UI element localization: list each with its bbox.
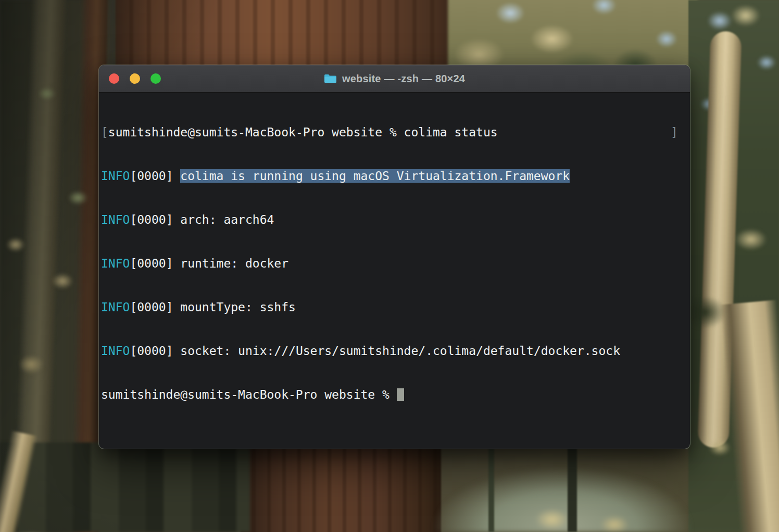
log-message: arch: aarch64 — [180, 213, 274, 226]
log-level: INFO — [101, 300, 130, 314]
log-level: INFO — [101, 213, 130, 226]
log-level: INFO — [101, 257, 130, 270]
window-title-text: website — -zsh — 80×24 — [342, 73, 465, 85]
selected-text: colima is running using macOS Virtualiza… — [180, 169, 570, 183]
terminal-line-prompt: sumitshinde@sumits-MacBook-Pro website % — [101, 387, 690, 402]
terminal-line-log: INFO[0000] arch: aarch64 — [101, 212, 690, 227]
log-level: INFO — [101, 344, 130, 358]
terminal-mark-close: ] — [671, 125, 678, 140]
terminal-content[interactable]: [sumitshinde@sumits-MacBook-Pro website … — [99, 93, 690, 449]
folder-icon — [324, 73, 337, 84]
log-message: socket: unix:///Users/sumitshinde/.colim… — [180, 344, 620, 358]
terminal-line-log: INFO[0000] socket: unix:///Users/sumitsh… — [101, 344, 690, 358]
window-title: website — -zsh — 80×24 — [99, 65, 690, 92]
terminal-line-log: INFO[0000] mountType: sshfs — [101, 300, 690, 314]
log-message: runtime: docker — [180, 257, 288, 270]
close-button[interactable] — [109, 73, 119, 84]
log-bracket: [0000] — [130, 344, 180, 358]
terminal-window: website — -zsh — 80×24 [sumitshinde@sumi… — [99, 65, 690, 449]
log-bracket: [0000] — [130, 300, 180, 314]
window-titlebar[interactable]: website — -zsh — 80×24 — [99, 65, 690, 93]
terminal-line-command: [sumitshinde@sumits-MacBook-Pro website … — [101, 125, 690, 140]
log-level: INFO — [101, 169, 130, 183]
prompt-text: sumitshinde@sumits-MacBook-Pro website % — [101, 388, 397, 401]
log-bracket: [0000] — [130, 169, 180, 183]
minimize-button[interactable] — [130, 73, 140, 84]
log-message: mountType: sshfs — [180, 300, 296, 314]
terminal-mark-open: [ — [101, 125, 108, 139]
command-text: sumitshinde@sumits-MacBook-Pro website %… — [108, 125, 498, 139]
log-bracket: [0000] — [130, 257, 180, 270]
terminal-line-log: INFO[0000] runtime: docker — [101, 256, 690, 271]
terminal-line-log: INFO[0000] colima is running using macOS… — [101, 169, 690, 183]
window-controls — [109, 73, 161, 84]
zoom-button[interactable] — [150, 73, 161, 84]
terminal-cursor — [397, 388, 404, 401]
log-bracket: [0000] — [130, 213, 180, 226]
